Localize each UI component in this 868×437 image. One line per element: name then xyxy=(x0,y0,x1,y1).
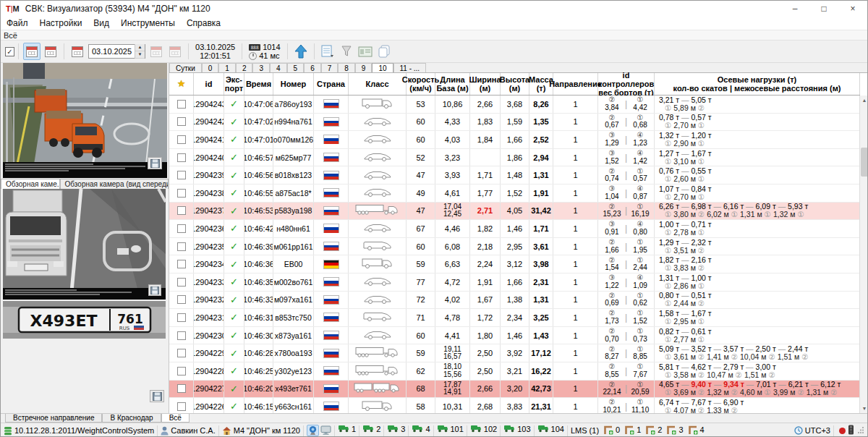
row-checkbox[interactable] xyxy=(177,224,186,233)
lane-status-3[interactable]: 3 xyxy=(387,425,405,433)
table-row[interactable]: 12904232 ✓ 10:46:33 м097ха161 72 4,02 1,… xyxy=(169,292,860,310)
gantry-status-0[interactable]: 0 xyxy=(604,425,620,435)
direction-tab[interactable]: Всё xyxy=(161,414,190,423)
lane-status-101[interactable]: 101 xyxy=(437,425,464,433)
table-row[interactable]: 12904229 ✓ 10:46:28 х780оа193 59 19,1116… xyxy=(169,344,860,362)
row-checkbox[interactable] xyxy=(177,117,186,126)
scroll-thumb[interactable] xyxy=(861,148,868,177)
lane-status-104[interactable]: 104 xyxy=(537,425,564,433)
report-button[interactable] xyxy=(319,43,336,60)
menu-item-1[interactable]: Настройки xyxy=(34,18,88,28)
row-checkbox[interactable] xyxy=(177,384,186,393)
lane-status-103[interactable]: 103 xyxy=(503,425,530,433)
column-header[interactable]: Ширина(м) xyxy=(470,73,501,95)
table-row[interactable]: 12904240 ✓ 10:46:57 м625мр77 52 3,23 1,8… xyxy=(169,149,860,167)
maximize-button[interactable]: □ xyxy=(809,1,838,17)
column-header[interactable]: id xyxy=(194,73,224,95)
day-tab-10[interactable]: 10 xyxy=(372,63,393,72)
copy-button[interactable] xyxy=(375,43,393,60)
star-column-header[interactable]: ★ xyxy=(169,73,194,95)
column-header[interactable]: Страна xyxy=(314,73,349,95)
menu-item-3[interactable]: Инструменты xyxy=(115,18,181,28)
upload-button[interactable] xyxy=(292,43,310,60)
row-checkbox[interactable] xyxy=(177,278,186,287)
date-input[interactable]: 03.10.2025 ▲▼ xyxy=(88,44,145,59)
direction-tab[interactable]: Встречное направление xyxy=(5,414,102,423)
table-row[interactable]: 12904233 ✓ 10:46:35 м002во761 77 4,72 1,… xyxy=(169,273,860,292)
column-header[interactable]: Время xyxy=(244,73,273,95)
row-checkbox[interactable] xyxy=(177,189,186,198)
gantry-status-3[interactable]: 3 xyxy=(667,425,683,435)
table-row[interactable]: 12904241 ✓ 10:47:01 о070мм126 60 4,03 1,… xyxy=(169,131,860,149)
date-spinner[interactable]: ▲▼ xyxy=(135,44,145,59)
menu-item-0[interactable]: Файл xyxy=(1,18,34,28)
day-tab-Сутки[interactable]: Сутки xyxy=(169,63,202,72)
row-checkbox[interactable] xyxy=(177,100,186,109)
menu-item-4[interactable]: Справка xyxy=(181,18,226,28)
save-front-photo-button[interactable] xyxy=(148,284,161,296)
column-header[interactable]: Класс xyxy=(349,73,407,95)
row-checkbox[interactable] xyxy=(177,402,186,411)
table-row[interactable]: 12904235 ✓ 10:46:39 м061рр161 60 6,08 2,… xyxy=(169,238,860,256)
day-tab-0[interactable]: 0 xyxy=(202,63,219,72)
day-tab-9[interactable]: 9 xyxy=(355,63,373,72)
row-checkbox[interactable] xyxy=(177,349,186,357)
column-header[interactable]: Направление xyxy=(553,73,598,95)
day-tab-2[interactable]: 2 xyxy=(236,63,253,72)
column-header[interactable]: id контроллероввес бортов (т) xyxy=(598,73,655,95)
prev-day-button[interactable] xyxy=(148,43,165,60)
close-button[interactable]: × xyxy=(838,1,867,17)
gantry-status-1[interactable]: 1 xyxy=(625,425,641,435)
lane-status-2[interactable]: 2 xyxy=(362,425,380,433)
table-row[interactable]: 12904239 ✓ 10:46:56 в018хв123 47 3,93 1,… xyxy=(169,166,860,184)
webcam-toggle[interactable] xyxy=(307,425,319,436)
lane-status-1[interactable]: 1 xyxy=(338,425,356,433)
table-row[interactable]: 12904227 ✓ 10:46:20 х493ет761 68 17,8714… xyxy=(169,381,860,399)
calendar-add-button[interactable] xyxy=(69,43,86,60)
day-tab-4[interactable]: 4 xyxy=(270,63,287,72)
column-header[interactable]: Скорость(км/ч) xyxy=(407,73,435,95)
column-header[interactable]: Высота(м) xyxy=(501,73,529,95)
column-header[interactable]: ДлинаБаза (м) xyxy=(435,73,470,95)
column-header[interactable]: Номер xyxy=(273,73,314,95)
vertical-scrollbar[interactable]: ▲ ▼ xyxy=(859,96,868,413)
minimize-button[interactable]: – xyxy=(780,1,809,17)
save-plate-photo-button[interactable] xyxy=(150,390,164,402)
table-row[interactable]: 12904230 ✓ 10:46:30 х873уа161 60 4,41 1,… xyxy=(169,327,860,345)
menu-item-2[interactable]: Вид xyxy=(88,18,115,28)
scroll-down-arrow[interactable]: ▼ xyxy=(860,404,868,413)
row-checkbox[interactable] xyxy=(177,171,186,179)
day-tab-6[interactable]: 6 xyxy=(304,63,321,72)
row-checkbox[interactable] xyxy=(177,313,186,322)
table-row[interactable]: 12904242 ✓ 10:47:02 н994на761 60 4,33 1,… xyxy=(169,114,860,132)
calendar-chart-button[interactable] xyxy=(42,43,59,60)
row-checkbox[interactable] xyxy=(177,260,186,268)
table-row[interactable]: 12904234 ✓ 10:46:36 EB00 59 6,63 2,24 3,… xyxy=(169,255,860,273)
direction-tab[interactable]: В Краснодар xyxy=(102,414,161,423)
row-checkbox[interactable] xyxy=(177,331,186,340)
gantry-status-4[interactable]: 4 xyxy=(689,425,705,435)
row-checkbox[interactable] xyxy=(177,206,186,215)
day-tab-1[interactable]: 1 xyxy=(218,63,236,72)
table-row[interactable]: 12904228 ✓ 10:46:25 у302уе123 62 18,1015… xyxy=(169,362,860,381)
card-button[interactable] xyxy=(357,43,374,60)
goto-day-button[interactable] xyxy=(166,43,184,60)
table-row[interactable]: 12904238 ✓ 10:46:55 а875ас18* 49 4,61 1,… xyxy=(169,184,860,203)
day-tab-7[interactable]: 7 xyxy=(321,63,339,72)
save-overview-photo-button[interactable] xyxy=(148,157,162,169)
camera-tab[interactable]: Обзорная камера (вид спереди; ... xyxy=(60,179,169,189)
table-row[interactable]: 12904237 ✓ 10:46:53 р583уа198 47 17,0412… xyxy=(169,203,860,221)
row-checkbox[interactable] xyxy=(177,153,186,162)
monitor-toggle[interactable] xyxy=(320,425,331,436)
select-all-checkbox[interactable]: ✓ xyxy=(5,47,14,56)
lane-status-4[interactable]: 4 xyxy=(412,425,430,433)
column-header[interactable]: Осевые нагрузки (т)кол-во скатов | межос… xyxy=(655,73,860,95)
table-row[interactable]: 12904226 ✓ 10:46:15 у663сн161 58 10,31 2… xyxy=(169,398,860,413)
table-row[interactable]: 12904231 ✓ 10:46:31 в853тс750 71 4,78 1,… xyxy=(169,309,860,327)
row-checkbox[interactable] xyxy=(177,242,186,251)
day-view-button[interactable] xyxy=(23,43,41,60)
day-tab-11 - ...[interactable]: 11 - ... xyxy=(393,63,427,72)
row-checkbox[interactable] xyxy=(177,135,186,144)
day-tab-5[interactable]: 5 xyxy=(287,63,305,72)
day-tab-8[interactable]: 8 xyxy=(338,63,355,72)
